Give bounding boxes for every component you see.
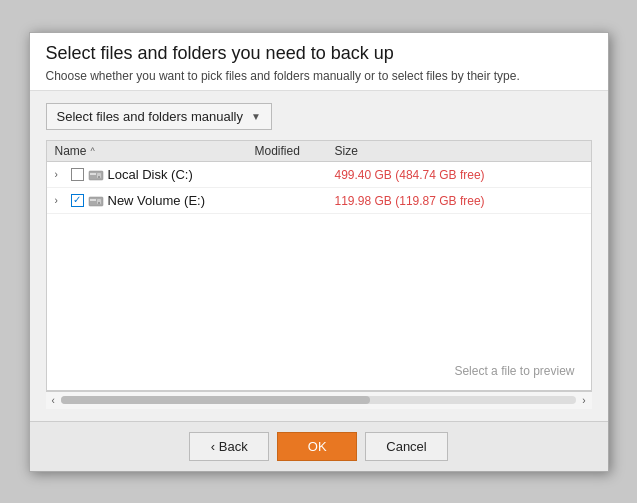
- column-name: Name ^: [55, 144, 255, 158]
- dialog-subtitle: Choose whether you want to pick files an…: [46, 68, 592, 85]
- file-table: Name ^ Modified Size ›: [46, 140, 592, 390]
- column-modified: Modified: [255, 144, 335, 158]
- row-size: 119.98 GB (119.87 GB free): [335, 194, 583, 208]
- svg-rect-1: [90, 173, 96, 175]
- ok-button[interactable]: OK: [277, 432, 357, 461]
- sort-arrow-icon: ^: [91, 146, 95, 156]
- expand-arrow-icon[interactable]: ›: [55, 169, 67, 180]
- dialog-title: Select files and folders you need to bac…: [46, 43, 592, 64]
- scroll-left-icon[interactable]: ‹: [50, 395, 57, 406]
- row-checkbox[interactable]: [71, 194, 84, 207]
- row-size: 499.40 GB (484.74 GB free): [335, 168, 583, 182]
- row-name-cell: › Local Disk (C:): [55, 167, 255, 182]
- dropdown-row: Select files and folders manually ▼: [46, 103, 592, 130]
- backup-dialog: Select files and folders you need to bac…: [29, 32, 609, 472]
- table-row[interactable]: › Local Disk (C:) 4: [47, 162, 591, 188]
- dropdown-arrow-icon: ▼: [251, 111, 261, 122]
- disk-icon: [88, 194, 104, 208]
- svg-point-3: [98, 176, 100, 178]
- row-checkbox[interactable]: [71, 168, 84, 181]
- file-selection-dropdown[interactable]: Select files and folders manually ▼: [46, 103, 272, 130]
- drive-name: Local Disk (C:): [108, 167, 193, 182]
- back-button[interactable]: ‹ Back: [189, 432, 269, 461]
- horizontal-scrollbar[interactable]: ‹ ›: [46, 391, 592, 409]
- cancel-button[interactable]: Cancel: [365, 432, 447, 461]
- dropdown-label: Select files and folders manually: [57, 109, 243, 124]
- dialog-body: Select files and folders manually ▼ Name…: [30, 91, 608, 420]
- scroll-thumb[interactable]: [61, 396, 370, 404]
- scroll-right-icon[interactable]: ›: [580, 395, 587, 406]
- table-row[interactable]: › New Volume (E:) 1: [47, 188, 591, 214]
- disk-icon: [88, 168, 104, 182]
- expand-arrow-icon[interactable]: ›: [55, 195, 67, 206]
- scroll-track[interactable]: [61, 396, 576, 404]
- svg-rect-5: [90, 199, 96, 201]
- dialog-header: Select files and folders you need to bac…: [30, 33, 608, 92]
- svg-point-7: [98, 202, 100, 204]
- preview-hint: Select a file to preview: [446, 360, 582, 382]
- row-name-cell: › New Volume (E:): [55, 193, 255, 208]
- table-header: Name ^ Modified Size: [47, 141, 591, 162]
- drive-name: New Volume (E:): [108, 193, 206, 208]
- dialog-footer: ‹ Back OK Cancel: [30, 421, 608, 471]
- column-size: Size: [335, 144, 583, 158]
